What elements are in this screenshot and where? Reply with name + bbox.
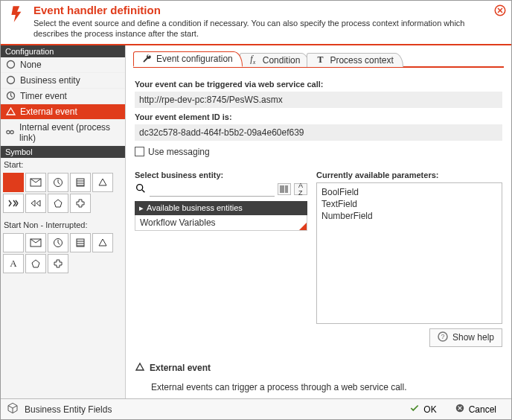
selected-corner-icon xyxy=(299,223,307,230)
start-nonint-label: Start Non - Interrupted: xyxy=(1,218,125,231)
dialog-header: Event handler definition Select the even… xyxy=(1,1,511,45)
fx-icon: fx xyxy=(248,55,258,66)
bolt-icon xyxy=(7,4,28,25)
palette-ni-plain[interactable] xyxy=(3,233,24,252)
param-item[interactable]: NumberField xyxy=(321,210,497,222)
ok-button[interactable]: OK xyxy=(400,401,445,417)
barcode-button[interactable] xyxy=(278,183,291,195)
palette-ni-pentagon[interactable] xyxy=(25,254,46,273)
clock-icon xyxy=(5,91,16,101)
circle-icon xyxy=(5,75,16,86)
close-icon[interactable] xyxy=(493,4,507,19)
use-messaging-checkbox[interactable] xyxy=(135,147,144,156)
palette-ni-conditional[interactable] xyxy=(70,233,91,252)
parameters-list[interactable]: BoolField TextField NumberField xyxy=(316,182,502,324)
text-icon: T xyxy=(315,55,325,66)
search-icon xyxy=(135,182,147,197)
palette-timer[interactable] xyxy=(48,173,68,192)
svg-point-5 xyxy=(10,130,13,133)
param-item[interactable]: BoolField xyxy=(321,186,497,198)
palette-plain[interactable] xyxy=(3,173,24,192)
start-palette xyxy=(1,171,125,218)
palette-pentagon[interactable] xyxy=(48,194,68,213)
svg-point-12 xyxy=(137,184,143,190)
svg-point-1 xyxy=(7,61,14,69)
palette-rewind[interactable] xyxy=(25,194,46,213)
dialog-title: Event handler definition xyxy=(33,4,465,16)
circle-icon xyxy=(5,60,16,70)
tab-bar: Event configuration fx Condition T Proce… xyxy=(133,50,504,68)
palette-signal[interactable] xyxy=(92,173,113,192)
cancel-button[interactable]: Cancel xyxy=(446,401,505,417)
tab-label: Event configuration xyxy=(156,54,233,64)
external-event-title: External event xyxy=(150,363,211,373)
trigger-url-field[interactable] xyxy=(135,92,502,108)
sidebar: Configuration None Business entity Timer… xyxy=(1,45,126,398)
entity-search-input[interactable] xyxy=(150,182,275,197)
caret-down-icon: ▸ xyxy=(139,203,144,213)
cancel-label: Cancel xyxy=(469,404,496,415)
palette-ni-message[interactable] xyxy=(25,233,46,252)
palette-plus[interactable] xyxy=(70,194,91,213)
entities-group-header[interactable]: ▸ Available business entities xyxy=(135,201,307,215)
triangle-icon xyxy=(135,362,145,375)
cube-icon xyxy=(7,402,19,416)
config-section-header: Configuration xyxy=(1,45,125,57)
entity-item-label: Workflow Variables xyxy=(140,217,216,228)
svg-point-4 xyxy=(7,130,10,133)
sort-button[interactable]: AZ xyxy=(294,183,307,195)
dialog-footer: Business Entity Fields OK Cancel xyxy=(1,398,511,419)
main-panel: Event configuration fx Condition T Proce… xyxy=(126,45,511,398)
trigger-label: Your event can be triggered via web serv… xyxy=(135,80,502,89)
external-event-description: External events can trigger a process th… xyxy=(151,382,502,392)
entity-item-workflow-variables[interactable]: Workflow Variables xyxy=(135,215,307,231)
palette-parallel[interactable] xyxy=(3,194,24,213)
tab-process-context[interactable]: T Process context xyxy=(307,53,403,67)
dialog-description: Select the event source and define a con… xyxy=(33,18,465,39)
tab-label: Process context xyxy=(330,55,393,66)
tab-label: Condition xyxy=(263,55,301,66)
config-item-internal-event[interactable]: Internal event (process link) xyxy=(1,120,125,146)
external-event-heading: External event xyxy=(135,362,502,375)
triangle-icon xyxy=(5,106,16,117)
param-item[interactable]: TextField xyxy=(321,198,497,210)
check-icon xyxy=(409,403,420,416)
tab-event-configuration[interactable]: Event configuration xyxy=(133,51,243,67)
palette-message[interactable] xyxy=(25,173,46,192)
wrench-icon xyxy=(141,54,152,64)
palette-ni-signal[interactable] xyxy=(92,233,113,252)
config-item-label: Internal event (process link) xyxy=(19,122,121,143)
entities-header-label: Available business entities xyxy=(147,203,243,212)
palette-conditional[interactable] xyxy=(70,173,91,192)
tab-condition[interactable]: fx Condition xyxy=(240,53,310,67)
cancel-icon xyxy=(455,403,465,416)
svg-point-2 xyxy=(7,77,14,84)
use-messaging-label: Use messaging xyxy=(148,147,210,157)
config-item-timer-event[interactable]: Timer event xyxy=(1,89,125,104)
config-item-label: Timer event xyxy=(20,91,67,101)
start-label: Start: xyxy=(1,158,125,171)
start-nonint-palette: A xyxy=(1,231,125,279)
help-icon: ? xyxy=(438,331,448,344)
config-item-label: External event xyxy=(20,106,77,117)
config-item-business-entity[interactable]: Business entity xyxy=(1,73,125,89)
palette-ni-plus[interactable] xyxy=(48,254,68,273)
palette-ni-timer[interactable] xyxy=(48,233,68,252)
config-item-label: Business entity xyxy=(20,75,80,86)
show-help-label: Show help xyxy=(452,332,494,343)
config-item-external-event[interactable]: External event xyxy=(1,104,125,120)
show-help-button[interactable]: ? Show help xyxy=(429,328,502,347)
footer-fields-label[interactable]: Business Entity Fields xyxy=(25,404,112,415)
select-entity-label: Select business entity: xyxy=(135,171,307,179)
palette-ni-letter[interactable]: A xyxy=(3,254,24,273)
link-icon xyxy=(5,127,15,138)
element-id-label: Your event element ID is: xyxy=(135,112,502,121)
element-id-field[interactable] xyxy=(135,124,502,141)
config-item-none[interactable]: None xyxy=(1,57,125,73)
symbol-section-header: Symbol xyxy=(1,146,125,158)
params-label: Currently available parameters: xyxy=(316,171,502,179)
ok-label: OK xyxy=(423,404,436,415)
svg-text:?: ? xyxy=(441,333,444,340)
config-item-label: None xyxy=(20,60,42,70)
